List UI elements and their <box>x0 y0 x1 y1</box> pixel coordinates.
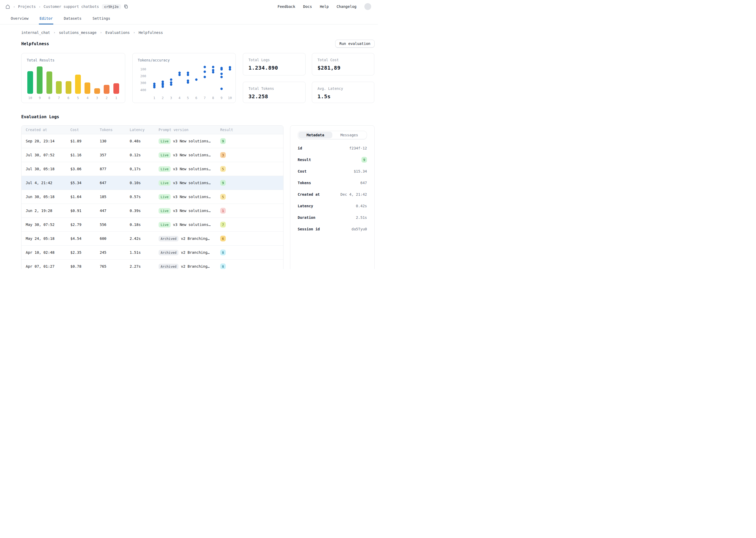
scatter-point <box>204 71 206 73</box>
field-label: id <box>298 146 302 150</box>
cell-result: 7 <box>220 222 283 228</box>
cell-created-at: Jul 30, 07:52 <box>26 153 71 157</box>
field-label: Duration <box>298 215 315 220</box>
log-detail-panel: MetadataMessages idf234f-12Result9Cost$1… <box>290 125 375 269</box>
metadata-field-row: Result9 <box>298 154 367 166</box>
bar-x-label: 1 <box>115 96 117 100</box>
table-row[interactable]: Jul 4, 21:42$5.346470.10sLivev3 New solu… <box>22 176 283 190</box>
result-badge: 5 <box>220 194 226 200</box>
table-row[interactable]: Jul 30, 07:52$1.163570.12sLivev3 New sol… <box>22 148 283 162</box>
cell-latency: 2.42s <box>130 237 159 241</box>
scatter-chart: 10020030040012345678910 <box>138 64 230 100</box>
cell-prompt-version: Livev3 New solutions… <box>159 208 220 214</box>
field-result-badge: 9 <box>361 157 367 163</box>
metadata-field-row: Tokens647 <box>298 177 367 188</box>
field-value: f234f-12 <box>350 146 367 150</box>
tab-overview[interactable]: Overview <box>10 13 29 25</box>
breadcrumb-projects[interactable]: Projects <box>18 4 36 9</box>
field-value: da5Tyu0 <box>352 227 367 231</box>
prompt-version-text: v2 Branching… <box>181 237 210 241</box>
table-row[interactable]: Jul 30, 05:18$3.068770,17sLivev3 New sol… <box>22 162 283 176</box>
cell-latency: 0.39s <box>130 209 159 213</box>
bar-x-label: 6 <box>68 96 70 100</box>
metadata-field-row: Duration2.51s <box>298 212 367 223</box>
prompt-status-badge: Live <box>159 138 170 144</box>
table-row[interactable]: Apr 10, 02:48$2.352451.51sArchivedv2 Bra… <box>22 245 283 259</box>
eval-breadcrumb-item[interactable]: Helpfulness <box>139 30 163 35</box>
prompt-status-badge: Live <box>159 180 170 186</box>
bar <box>37 67 42 94</box>
nav-link-docs[interactable]: Docs <box>303 4 312 9</box>
bar-column: 7 <box>56 66 62 100</box>
scatter-chart-title: Tokens/accuracy <box>138 58 230 63</box>
scatter-x-tick: 7 <box>204 96 206 100</box>
breadcrumb-project-name[interactable]: Customer support chatbots <box>44 4 99 9</box>
metadata-fields: idf234f-12Result9Cost$15.34Tokens647Crea… <box>298 142 367 235</box>
table-row[interactable]: Jun 30, 05:18$1.641850.57sLivev3 New sol… <box>22 190 283 204</box>
field-label: Cost <box>298 169 307 173</box>
table-row[interactable]: Sep 20, 23:14$1.891300.48sLivev3 New sol… <box>22 134 283 148</box>
stat-label: Total Logs <box>248 58 300 62</box>
cell-tokens: 765 <box>100 264 130 268</box>
tab-settings[interactable]: Settings <box>92 13 111 25</box>
prompt-version-text: v3 New solutions… <box>173 223 211 227</box>
page-title: Helpfulness <box>21 41 49 46</box>
cell-cost: $3.06 <box>71 167 100 171</box>
cell-tokens: 647 <box>100 181 130 185</box>
eval-breadcrumb-item[interactable]: Evaluations <box>106 30 130 35</box>
scatter-point <box>162 85 164 88</box>
metadata-field-row: Session idda5Tyu0 <box>298 223 367 235</box>
cell-latency: 0.12s <box>130 153 159 157</box>
cell-prompt-version: Livev3 New solutions… <box>159 180 220 186</box>
cell-prompt-version: Archivedv2 Branching… <box>159 264 220 269</box>
result-badge: 9 <box>220 138 226 144</box>
cell-prompt-version: Livev3 New solutions… <box>159 152 220 158</box>
eval-breadcrumb-item[interactable]: solutions_message <box>59 30 96 35</box>
stat-value: 32.258 <box>248 93 300 100</box>
bar <box>56 81 62 94</box>
bar <box>114 83 119 94</box>
cell-created-at: Jul 30, 05:18 <box>26 167 71 171</box>
cell-latency: 0.18s <box>130 223 159 227</box>
metadata-field-row: Latency0.42s <box>298 200 367 212</box>
table-row[interactable]: Apr 07, 01:27$0.787652.27sArchivedv2 Bra… <box>22 259 283 269</box>
stat-card: Total Tokens32.258 <box>243 82 306 103</box>
logs-heading: Evaluation Logs <box>21 114 375 120</box>
table-header-row: Created atCostTokensLatencyPrompt versio… <box>22 126 283 134</box>
avatar[interactable] <box>364 3 371 10</box>
table-row[interactable]: May 30, 07:52$2.795560.18sLivev3 New sol… <box>22 218 283 232</box>
cell-created-at: Apr 07, 01:27 <box>26 264 71 268</box>
cell-tokens: 245 <box>100 250 130 254</box>
eval-breadcrumb-item[interactable]: internal_chat <box>21 30 50 35</box>
detail-tab-metadata[interactable]: Metadata <box>299 132 332 138</box>
cell-prompt-version: Livev3 New solutions… <box>159 194 220 200</box>
nav-link-changelog[interactable]: Changelog <box>337 4 356 9</box>
tab-editor[interactable]: Editor <box>39 13 53 25</box>
stats-grid: Total Logs1.234.890Total Cost$281,89Tota… <box>243 53 375 103</box>
nav-link-feedback[interactable]: Feedback <box>277 4 295 9</box>
detail-tabs: MetadataMessages <box>298 131 367 139</box>
nav-link-help[interactable]: Help <box>320 4 329 9</box>
field-label: Tokens <box>298 181 311 185</box>
table-row[interactable]: May 24, 05:18$4.546002.42sArchivedv2 Bra… <box>22 232 283 245</box>
cell-result: 8 <box>220 263 283 269</box>
chevron-right-icon: › <box>39 5 41 9</box>
home-icon[interactable] <box>5 4 10 9</box>
cell-result: 9 <box>220 138 283 144</box>
copy-icon[interactable] <box>124 4 128 9</box>
prompt-version-text: v3 New solutions… <box>173 181 211 185</box>
run-evaluation-button[interactable]: Run evaluation <box>335 40 375 48</box>
cell-result: 6 <box>220 236 283 242</box>
cell-result: 8 <box>220 249 283 255</box>
tab-datasets[interactable]: Datasets <box>63 13 82 25</box>
bar-column: 8 <box>46 66 52 100</box>
cell-cost: $0.78 <box>71 264 100 268</box>
cell-result: 1 <box>220 208 283 214</box>
scatter-x-tick: 1 <box>153 96 155 100</box>
detail-tab-messages[interactable]: Messages <box>332 132 366 138</box>
stat-label: Total Tokens <box>248 86 300 91</box>
stat-label: Avg. Latency <box>317 86 369 91</box>
cell-created-at: Jun 2, 19:28 <box>26 209 71 213</box>
table-row[interactable]: Jun 2, 19:28$0.914470.39sLivev3 New solu… <box>22 204 283 218</box>
prompt-status-badge: Archived <box>159 264 178 269</box>
